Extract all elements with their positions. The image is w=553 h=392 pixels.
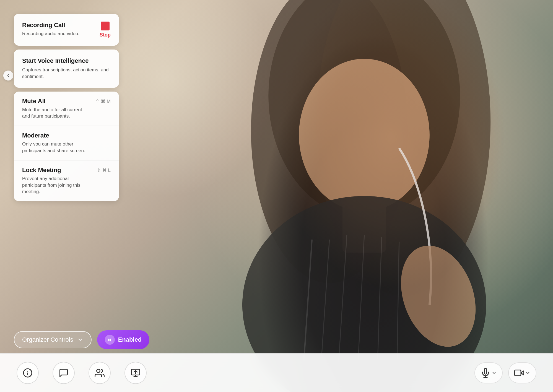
voice-description: Captures transcriptions, action items, a… bbox=[22, 67, 111, 80]
collapse-panel-button[interactable] bbox=[3, 71, 13, 81]
voice-intelligence-card[interactable]: Start Voice Intelligence Captures transc… bbox=[14, 50, 119, 88]
participants-icon bbox=[95, 368, 105, 378]
enabled-badge[interactable]: N Enabled bbox=[97, 330, 150, 349]
mic-chevron-icon bbox=[492, 370, 497, 375]
toolbar-left bbox=[17, 362, 147, 384]
svg-text:N: N bbox=[108, 338, 111, 342]
moderate-description: Only you can mute other participants and… bbox=[22, 141, 89, 154]
enabled-label: Enabled bbox=[118, 336, 142, 343]
svg-point-3 bbox=[299, 59, 429, 211]
organizer-controls-label: Organizer Controls bbox=[22, 336, 73, 343]
organizer-bar: Organizer Controls N Enabled bbox=[14, 330, 149, 349]
toolbar-right bbox=[474, 362, 536, 383]
controls-panel: Recording Call Recording audio and video… bbox=[14, 14, 119, 205]
lock-meeting-description: Prevent any additional participants from… bbox=[22, 175, 89, 195]
mute-all-text: Mute All Mute the audio for all current … bbox=[22, 98, 89, 120]
stop-icon bbox=[101, 22, 110, 30]
recording-title: Recording Call bbox=[22, 22, 79, 29]
svg-marker-24 bbox=[521, 371, 524, 375]
recording-description: Recording audio and video. bbox=[22, 30, 79, 37]
organizer-controls-dropdown[interactable]: Organizer Controls bbox=[14, 331, 92, 348]
toolbar bbox=[0, 353, 553, 392]
info-icon bbox=[23, 368, 33, 378]
recording-card-text: Recording Call Recording audio and video… bbox=[22, 22, 79, 37]
stop-recording-button[interactable]: Stop bbox=[100, 22, 111, 38]
mic-icon bbox=[481, 368, 490, 378]
ai-icon: N bbox=[105, 335, 115, 345]
chat-button[interactable] bbox=[53, 362, 75, 384]
chevron-down-icon bbox=[77, 337, 83, 343]
svg-rect-25 bbox=[515, 370, 521, 376]
mute-all-shortcut: ⇧ ⌘ M bbox=[95, 98, 111, 104]
camera-button[interactable] bbox=[508, 362, 536, 383]
mic-button[interactable] bbox=[474, 362, 503, 383]
moderate-text: Moderate Only you can mute other partici… bbox=[22, 132, 89, 154]
share-button[interactable] bbox=[124, 362, 147, 384]
chat-icon bbox=[59, 368, 69, 378]
lock-meeting-item[interactable]: Lock Meeting Prevent any additional part… bbox=[14, 160, 119, 201]
camera-chevron-icon bbox=[525, 370, 530, 375]
mute-all-title: Mute All bbox=[22, 98, 89, 105]
info-button[interactable] bbox=[17, 362, 39, 384]
camera-icon bbox=[514, 368, 524, 378]
participants-button[interactable] bbox=[89, 362, 111, 384]
moderate-title: Moderate bbox=[22, 132, 89, 139]
mute-all-description: Mute the audio for all current and futur… bbox=[22, 107, 89, 120]
svg-point-17 bbox=[97, 369, 100, 372]
lock-meeting-text: Lock Meeting Prevent any additional part… bbox=[22, 167, 89, 195]
recording-card: Recording Call Recording audio and video… bbox=[14, 14, 119, 46]
moderate-item[interactable]: Moderate Only you can mute other partici… bbox=[14, 126, 119, 160]
mute-all-item[interactable]: Mute All Mute the audio for all current … bbox=[14, 92, 119, 126]
stop-label: Stop bbox=[100, 32, 111, 38]
controls-menu-card: Mute All Mute the audio for all current … bbox=[14, 92, 119, 201]
share-screen-icon bbox=[131, 368, 141, 378]
lock-meeting-title: Lock Meeting bbox=[22, 167, 89, 174]
lock-meeting-shortcut: ⇧ ⌘ L bbox=[97, 167, 111, 173]
voice-title: Start Voice Intelligence bbox=[22, 57, 111, 64]
n-icon: N bbox=[107, 337, 113, 343]
